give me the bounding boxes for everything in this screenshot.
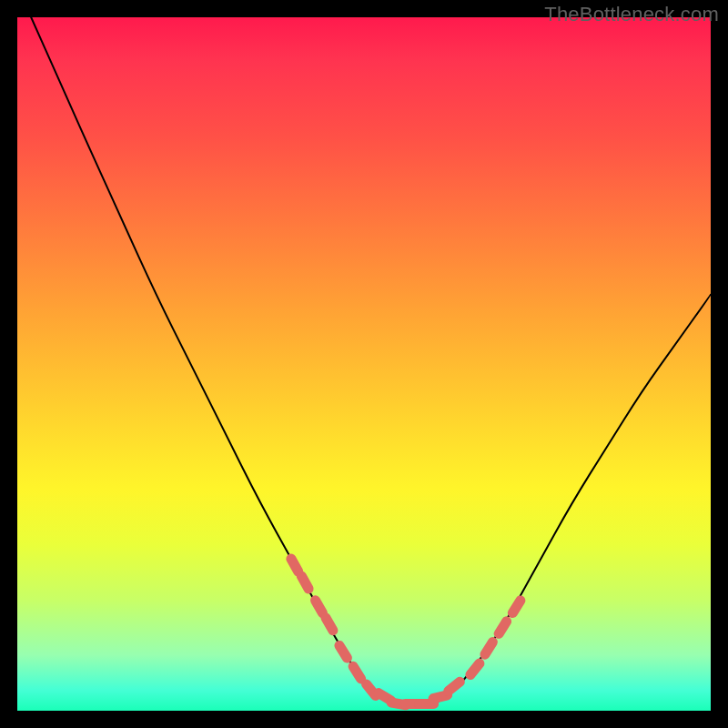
bottleneck-markers [291,559,521,705]
bottleneck-marker [353,666,361,679]
bottleneck-marker [433,695,448,699]
bottleneck-marker [470,663,480,675]
bottleneck-marker [499,622,506,634]
bottleneck-marker [512,601,521,613]
chart-frame: TheBottleneck.com [0,0,728,728]
bottleneck-marker [485,642,493,655]
watermark-text: TheBottleneck.com [544,3,719,26]
bottleneck-marker [291,559,298,571]
chart-svg [17,17,711,711]
bottleneck-marker [339,645,348,658]
bottleneck-marker [316,601,323,613]
bottleneck-marker [301,576,308,589]
main-curve [31,17,711,703]
bottleneck-marker [326,618,333,631]
bottleneck-marker [449,682,460,691]
